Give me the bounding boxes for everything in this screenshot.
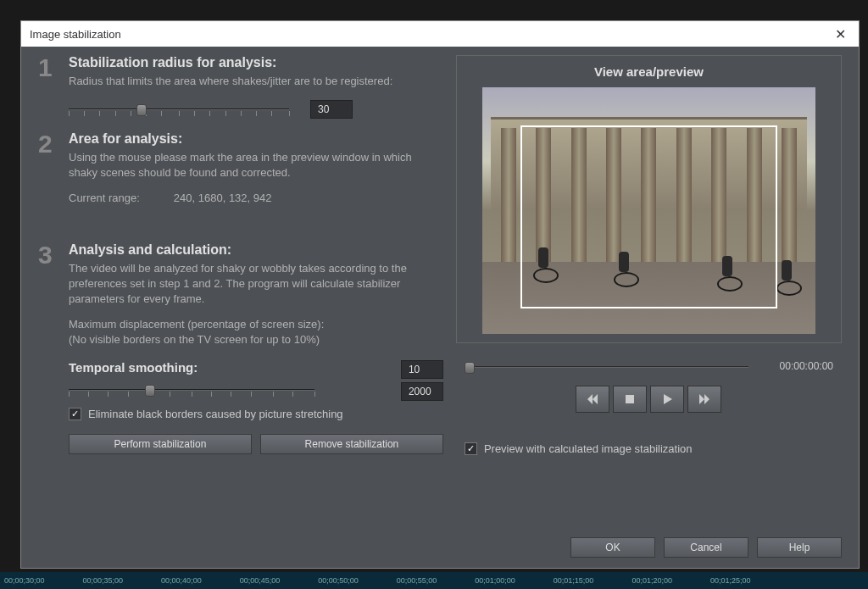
close-icon[interactable]: ✕ (831, 26, 850, 42)
step3-title: Analysis and calculation: (69, 242, 443, 258)
max-disp-line1: Maximum displacement (percentage of scre… (69, 317, 443, 332)
current-range-label: Current range: (69, 192, 140, 204)
step3-desc: The video will be analyzed for shaky or … (69, 261, 443, 308)
timeline-tick: 00;00;55;00 (397, 576, 437, 585)
dialog-title: Image stabilization (30, 28, 121, 41)
svg-rect-0 (626, 395, 634, 403)
step-number: 1 (38, 55, 55, 119)
preview-canvas[interactable] (482, 87, 815, 334)
radius-slider[interactable] (69, 99, 289, 119)
step-3: 3 Analysis and calculation: The video wi… (38, 242, 443, 454)
play-icon[interactable] (650, 386, 684, 413)
temporal-value[interactable]: 10 (401, 360, 443, 379)
timeline-tick: 00;01;25;00 (710, 576, 751, 585)
temporal-slider[interactable] (69, 380, 314, 400)
preview-area: View area/preview (456, 55, 842, 343)
playback-slider[interactable]: 00:00:00:00 (465, 358, 833, 375)
cancel-button[interactable]: Cancel (664, 537, 748, 558)
image-stabilization-dialog: Image stabilization ✕ 1 Stabilization ra… (20, 20, 860, 569)
dialog-footer: OK Cancel Help (21, 527, 859, 568)
eliminate-borders-label: Eliminate black borders caused by pictur… (88, 408, 343, 420)
preview-stabilization-checkbox[interactable]: ✓ (465, 442, 477, 455)
timeline-tick: 00;01;15;00 (554, 576, 594, 585)
timeline-tick: 00;01;20;00 (632, 576, 672, 585)
step1-desc: Radius that limits the area where shakes… (69, 74, 443, 89)
step1-title: Stabilization radius for analysis: (69, 55, 443, 70)
timecode: 00:00:00:00 (780, 360, 833, 372)
perform-stabilization-button[interactable]: Perform stabilization (69, 434, 252, 454)
rewind-icon[interactable] (576, 386, 609, 413)
titlebar: Image stabilization ✕ (21, 21, 859, 47)
transport-controls (456, 386, 842, 413)
help-button[interactable]: Help (757, 537, 842, 558)
temporal-title: Temporal smoothing: (69, 360, 384, 375)
max-disp-line2: (No visible borders on the TV screen for… (69, 332, 443, 347)
timeline-tick: 00;00;50;00 (318, 576, 359, 585)
timeline-tick: 00;00;40;00 (161, 576, 202, 585)
step-number: 2 (38, 131, 55, 203)
step-2: 2 Area for analysis: Using the mouse ple… (38, 131, 443, 203)
remove-stabilization-button[interactable]: Remove stabilization (260, 434, 443, 454)
step2-title: Area for analysis: (69, 131, 443, 147)
eliminate-borders-checkbox[interactable]: ✓ (69, 408, 81, 420)
current-range-value: 240, 1680, 132, 942 (174, 192, 272, 204)
forward-icon[interactable] (687, 386, 721, 413)
timeline-tick: 00;00;30;00 (4, 576, 45, 585)
step2-desc: Using the mouse please mark the area in … (69, 150, 443, 181)
preview-checkbox-label: Preview with calculated image stabilizat… (484, 442, 693, 455)
radius-value[interactable]: 30 (310, 100, 353, 119)
timeline-tick: 00;01;00;00 (475, 576, 515, 585)
step-number: 3 (38, 242, 55, 454)
timeline-tick: 00;00;35;00 (83, 576, 124, 585)
selection-rectangle[interactable] (520, 125, 777, 308)
step-1: 1 Stabilization radius for analysis: Rad… (38, 55, 443, 119)
preview-title: View area/preview (465, 64, 832, 79)
timeline-tick: 00;00;45;00 (240, 576, 281, 585)
ok-button[interactable]: OK (570, 537, 655, 558)
temporal-max-value[interactable]: 2000 (401, 382, 443, 401)
timeline-ruler: 00;00;30;00 00;00;35;00 00;00;40;00 00;0… (0, 572, 868, 589)
stop-icon[interactable] (613, 386, 647, 413)
